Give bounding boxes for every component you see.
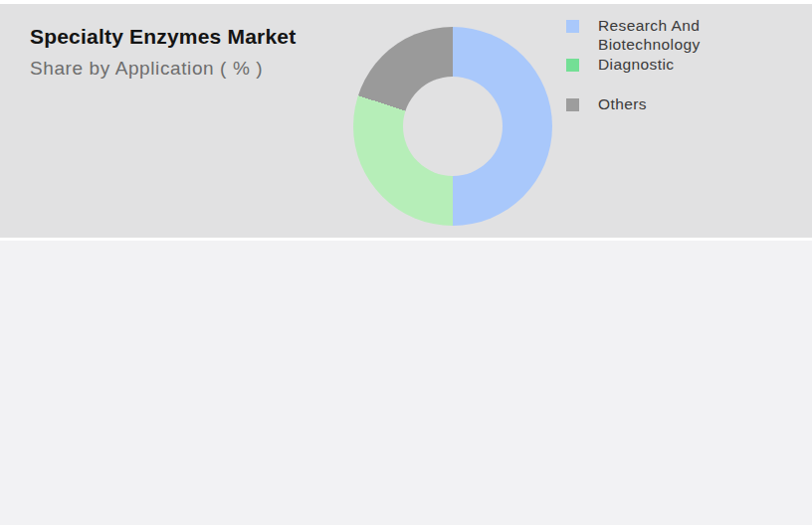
donut-hole bbox=[403, 77, 503, 176]
legend-swatch-others bbox=[566, 98, 579, 111]
legend-swatch-diagnostic bbox=[566, 59, 579, 72]
header-section: Specialty Enzymes Market Share by Applic… bbox=[0, 4, 812, 238]
legend-label-research-and-biotechnology: Research And Biotechnology bbox=[598, 16, 701, 54]
legend-label-diagnostic: Diagnostic bbox=[598, 55, 674, 74]
donut-chart bbox=[353, 27, 552, 226]
page-subtitle: Share by Application ( % ) bbox=[30, 58, 263, 80]
legend-label-others: Others bbox=[598, 94, 647, 113]
legend-item-research-and-biotechnology: Research And Biotechnology bbox=[566, 16, 701, 54]
legend-item-others: Others bbox=[566, 94, 647, 113]
page-title: Specialty Enzymes Market bbox=[30, 25, 296, 49]
bar-chart-section: 2019202020212022202320242025202620272028… bbox=[0, 241, 812, 525]
legend-swatch-research-and-biotechnology bbox=[566, 20, 579, 33]
infographic-root: Specialty Enzymes Market Share by Applic… bbox=[0, 0, 812, 525]
legend-item-diagnostic: Diagnostic bbox=[566, 55, 674, 74]
